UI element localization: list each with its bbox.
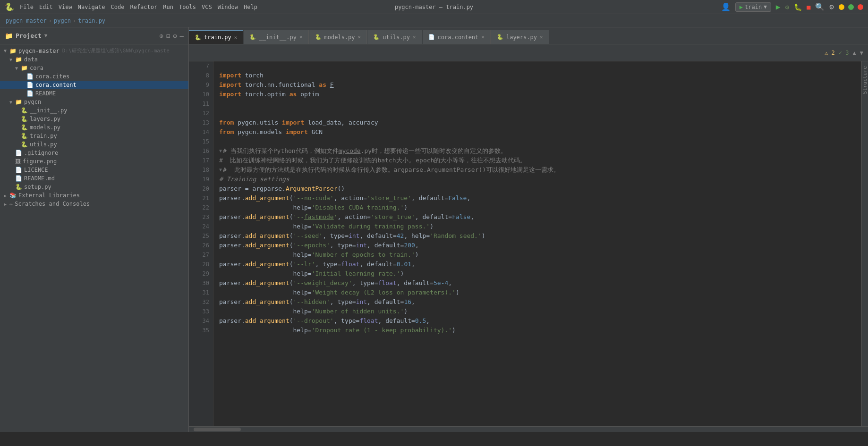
comment: # Training settings	[219, 175, 289, 184]
tree-item-pygcn-master[interactable]: ▼ 📁 pygcn-master D:\研究生\课题组\感筛\GNN\pygcn…	[0, 46, 188, 55]
code-line-24: help= 'Validate during training pass.' )	[219, 222, 856, 231]
line-num-25: 25	[193, 231, 209, 241]
fold-icon[interactable]: ▼	[219, 165, 222, 175]
tree-item-train[interactable]: 🐍 train.py	[0, 132, 188, 140]
builtin-type: float	[378, 278, 397, 288]
expand-all-button[interactable]: ▼	[860, 50, 863, 56]
breadcrumb-root[interactable]: pygcn-master	[6, 17, 47, 24]
chevron-down-icon[interactable]: ▼	[44, 33, 48, 39]
tab-close-button[interactable]: ✕	[540, 34, 543, 40]
tab-models-py[interactable]: 🐍 models.py ✕	[309, 30, 367, 44]
search-icon[interactable]: 🔍	[815, 2, 825, 11]
tree-item-figure[interactable]: 🖼 figure.png	[0, 157, 188, 166]
tree-item-gitignore[interactable]: 📄 .gitignore	[0, 149, 188, 157]
tab-close-button[interactable]: ✕	[299, 34, 303, 40]
line-num-24: 24	[193, 222, 209, 231]
close-button[interactable]: ×	[858, 4, 863, 10]
new-file-button[interactable]: ⊕	[159, 32, 163, 40]
tree-item-licence[interactable]: 📄 LICENCE	[0, 166, 188, 174]
tree-item-utils[interactable]: 🐍 utils.py	[0, 140, 188, 149]
errors-badge: ✓ 3	[839, 50, 849, 56]
tab-cora-content[interactable]: 📄 cora.content ✕	[423, 30, 491, 44]
settings-icon[interactable]: ⚙	[829, 2, 834, 11]
tree-item-models[interactable]: 🐍 models.py	[0, 123, 188, 132]
tree-item-external-libs[interactable]: ▶ 📚 External Libraries	[0, 191, 188, 200]
tree-item-pygcn[interactable]: ▼ 📁 pygcn	[0, 98, 188, 106]
tree-arrow: ▶	[4, 202, 9, 207]
tab-label: models.py	[324, 34, 355, 41]
code-text: (	[289, 194, 293, 203]
fold-all-button[interactable]: ▲	[853, 50, 856, 56]
tree-item-data[interactable]: ▼ 📁 data	[0, 55, 188, 64]
tree-item-readme[interactable]: 📄 README	[0, 89, 188, 98]
menu-tools[interactable]: Tools	[179, 4, 196, 10]
line-num-31: 31	[193, 288, 209, 297]
run-config-label: train	[745, 4, 762, 10]
code-text: default=	[419, 194, 449, 203]
tab-close-button[interactable]: ✕	[481, 34, 485, 40]
builtin-type: int	[356, 241, 367, 250]
code-text: help=	[219, 307, 312, 316]
fold-icon[interactable]: ▼	[219, 146, 222, 156]
code-text: (	[289, 260, 293, 269]
function-call: add_argument	[245, 194, 289, 203]
code-text: (	[289, 316, 293, 326]
breadcrumb-file[interactable]: train.py	[78, 17, 105, 24]
tree-item-cora-cites[interactable]: 📄 cora.cites	[0, 72, 188, 81]
minimize-button[interactable]: −	[839, 4, 844, 10]
tree-item-readme-md[interactable]: 📄 README.md	[0, 174, 188, 183]
run-button[interactable]: ▶	[776, 2, 781, 11]
run-coverage-button[interactable]: ⚙	[785, 3, 789, 11]
collapse-all-button[interactable]: ⊟	[166, 32, 170, 40]
menu-view[interactable]: View	[59, 4, 72, 10]
menu-code[interactable]: Code	[111, 4, 125, 10]
code-line-35: help= 'Dropout rate (1 - keep probabilit…	[219, 326, 856, 335]
tab-init-py[interactable]: 🐍 __init__.py ✕	[244, 30, 308, 44]
stop-button[interactable]: ■	[807, 3, 810, 11]
tab-close-button[interactable]: ✕	[413, 34, 416, 40]
editor-top-bar: ⚠ 2 ✓ 3 ▲ ▼	[189, 44, 868, 61]
builtin-type: float	[359, 316, 378, 326]
line-num-15: 15	[193, 137, 209, 146]
tab-train-py[interactable]: 🐍 train.py ✕	[189, 30, 243, 44]
tab-close-button[interactable]: ✕	[358, 34, 361, 40]
menu-edit[interactable]: Edit	[39, 4, 53, 10]
tree-item-init[interactable]: 🐍 __init__.py	[0, 106, 188, 115]
number: 200	[404, 241, 415, 250]
tree-item-layers[interactable]: 🐍 layers.py	[0, 115, 188, 123]
menu-navigate[interactable]: Navigate	[78, 4, 105, 10]
menu-run[interactable]: Run	[163, 4, 173, 10]
menu-refactor[interactable]: Refactor	[130, 4, 157, 10]
menu-file[interactable]: File	[20, 4, 34, 10]
code-editor[interactable]: import torch import torch.nn.functional …	[213, 61, 861, 426]
tree-item-cora-content[interactable]: 📄 cora.content	[0, 81, 188, 89]
code-text: parser.	[219, 316, 245, 326]
python-icon: 🐍	[21, 124, 28, 131]
code-line-31: help= 'Weight decay (L2 loss on paramete…	[219, 288, 856, 297]
folder-icon: 📁	[9, 48, 17, 54]
tab-layers-py[interactable]: 🐍 layers.py ✕	[491, 30, 549, 44]
tab-label: train.py	[204, 34, 231, 41]
tree-item-scratches[interactable]: ▶ ✏️ Scratches and Consoles	[0, 200, 188, 208]
string: '--seed'	[293, 231, 323, 241]
maximize-button[interactable]: □	[848, 4, 854, 10]
scrollbar-thumb[interactable]	[194, 428, 241, 431]
horizontal-scrollbar[interactable]	[189, 426, 868, 432]
menu-window[interactable]: Window	[218, 4, 238, 10]
run-config[interactable]: ▶ train ▼	[735, 2, 771, 12]
debug-button[interactable]: 🐛	[794, 3, 802, 11]
structure-panel: Structure	[861, 61, 868, 426]
structure-tab[interactable]: Structure	[861, 61, 868, 99]
breadcrumb-pygcn[interactable]: pygcn	[54, 17, 71, 24]
tree-options-button[interactable]: ⚙	[173, 32, 177, 40]
user-icon[interactable]: 👤	[721, 2, 731, 11]
code-line-7	[219, 61, 856, 71]
menu-help[interactable]: Help	[244, 4, 257, 10]
minimize-panel-button[interactable]: —	[180, 32, 184, 40]
line-num-16: 16	[193, 146, 209, 156]
tab-utils-py[interactable]: 🐍 utils.py ✕	[367, 30, 422, 44]
menu-vcs[interactable]: VCS	[202, 4, 212, 10]
tab-close-button[interactable]: ✕	[234, 34, 238, 41]
tree-item-setup[interactable]: 🐍 setup.py	[0, 183, 188, 191]
tree-item-cora[interactable]: ▼ 📁 cora	[0, 64, 188, 72]
